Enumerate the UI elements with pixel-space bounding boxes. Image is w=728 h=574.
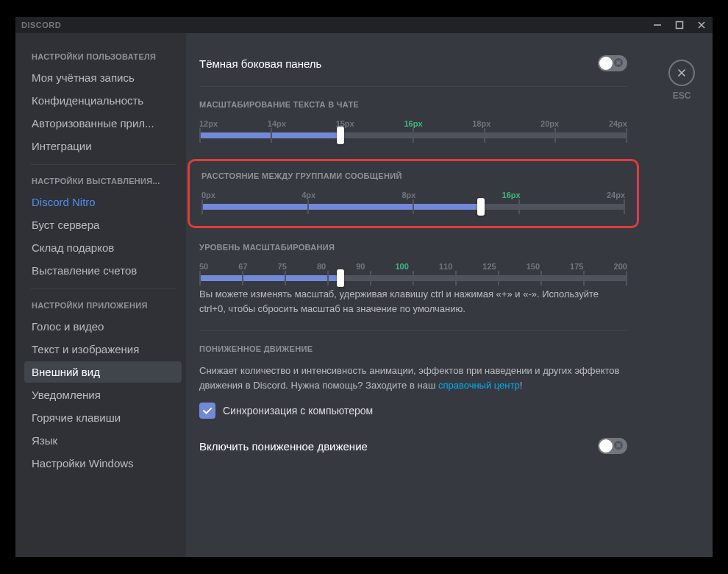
enable-reduced-motion-title: Включить пониженное движение [199, 440, 368, 453]
sidebar-item-privacy[interactable]: Конфиденциальность [24, 90, 182, 111]
slider-tick: 125 [482, 262, 496, 271]
zoom-slider[interactable]: 5067758090100110125150175200 [199, 262, 627, 281]
slider-tick: 75 [278, 262, 287, 271]
sidebar-header-billing: НАСТРОЙКИ ВЫСТАВЛЕНИЯ... [24, 172, 182, 190]
close-settings-button[interactable]: ESC [668, 60, 695, 101]
window-controls [652, 20, 707, 30]
slider-tick: 200 [614, 262, 627, 271]
slider-tick: 175 [570, 262, 583, 271]
reduced-motion-label: ПОНИЖЕННОЕ ДВИЖЕНИЕ [199, 344, 627, 353]
sidebar-item-nitro[interactable]: Discord Nitro [24, 191, 182, 213]
sidebar-item-text[interactable]: Текст и изображения [24, 339, 182, 360]
sidebar-separator [30, 288, 176, 289]
sidebar-item-authorized[interactable]: Авторизованные прил... [24, 113, 182, 134]
slider-tick: 80 [317, 262, 326, 271]
divider [199, 330, 627, 331]
esc-label: ESC [673, 91, 691, 101]
slider-thumb[interactable] [337, 127, 344, 144]
slider-tick: 24px [607, 191, 625, 199]
reduced-motion-desc: Снижает количество и интенсивность анима… [199, 364, 627, 392]
slider-tick: 14px [268, 119, 286, 128]
chat-scaling-slider[interactable]: 12px14px15px16px18px20px24px [199, 119, 627, 138]
dark-sidebar-title: Тёмная боковая панель [199, 57, 321, 70]
slider-tick: 4px [301, 191, 315, 199]
settings-sidebar: НАСТРОЙКИ ПОЛЬЗОВАТЕЛЯ Моя учётная запис… [15, 33, 186, 557]
help-center-link[interactable]: справочный центр [438, 380, 520, 391]
sidebar-item-billing[interactable]: Выставление счетов [24, 260, 182, 281]
svg-rect-1 [677, 22, 683, 29]
app-brand: DISCORD [21, 21, 61, 29]
slider-tick: 0px [201, 191, 215, 199]
close-button[interactable] [696, 20, 707, 30]
slider-track [199, 132, 627, 138]
zoom-ticks: 5067758090100110125150175200 [199, 262, 627, 271]
sidebar-item-windows[interactable]: Настройки Windows [24, 453, 182, 474]
sync-with-computer-row: Синхронизация с компьютером [199, 403, 627, 419]
sync-checkbox-label: Синхронизация с компьютером [223, 405, 373, 417]
slider-tick: 16px [502, 191, 521, 199]
sidebar-separator [30, 164, 176, 165]
sidebar-item-integrations[interactable]: Интеграции [24, 135, 182, 157]
titlebar: DISCORD [15, 17, 713, 33]
enable-reduced-motion-row: Включить пониженное движение [199, 433, 627, 464]
dark-sidebar-toggle[interactable] [598, 55, 627, 71]
sidebar-item-appearance[interactable]: Внешний вид [24, 361, 182, 383]
slider-tick: 150 [527, 262, 540, 271]
sidebar-item-notifications[interactable]: Уведомления [24, 384, 182, 405]
sidebar-item-language[interactable]: Язык [24, 430, 182, 451]
app-window: DISCORD НАСТРОЙКИ ПОЛЬЗОВАТЕЛЯ Моя учётн… [15, 17, 713, 557]
slider-tick: 67 [238, 262, 247, 271]
sidebar-item-boost[interactable]: Буст сервера [24, 214, 182, 235]
slider-tick: 12px [199, 119, 218, 128]
sidebar-header-app: НАСТРОЙКИ ПРИЛОЖЕНИЯ [24, 297, 182, 314]
sidebar-item-voice[interactable]: Голос и видео [24, 316, 182, 337]
sync-checkbox[interactable] [199, 403, 215, 419]
slider-track [199, 275, 627, 281]
close-icon [668, 60, 695, 86]
slider-tick: 110 [439, 262, 452, 271]
dark-sidebar-row: Тёмная боковая панель [199, 51, 627, 82]
slider-tick: 100 [395, 262, 408, 271]
slider-track [201, 204, 625, 210]
slider-tick: 18px [472, 119, 490, 128]
minimize-button[interactable] [652, 20, 663, 30]
chat-scaling-ticks: 12px14px15px16px18px20px24px [199, 119, 627, 128]
zoom-help-text: Вы можете изменять масштаб, удерживая кл… [199, 287, 627, 316]
sidebar-item-gifts[interactable]: Склад подарков [24, 237, 182, 258]
slider-tick: 16px [404, 119, 422, 128]
zoom-label: УРОВЕНЬ МАСШТАБИРОВАНИЯ [199, 243, 627, 252]
slider-tick: 20px [540, 119, 559, 128]
chat-scaling-label: МАСШТАБИРОВАНИЕ ТЕКСТА В ЧАТЕ [199, 100, 627, 109]
enable-reduced-motion-toggle[interactable] [598, 438, 627, 454]
highlighted-section: РАССТОЯНИЕ МЕЖДУ ГРУППАМИ СООБЩЕНИЙ 0px4… [188, 159, 639, 228]
settings-main: ESC Тёмная боковая панель МАСШТАБИРОВАНИ… [186, 33, 713, 557]
message-spacing-ticks: 0px4px8px16px24px [201, 191, 625, 199]
slider-thumb[interactable] [477, 198, 485, 216]
slider-thumb[interactable] [337, 269, 344, 287]
divider [199, 86, 627, 87]
message-spacing-label: РАССТОЯНИЕ МЕЖДУ ГРУППАМИ СООБЩЕНИЙ [201, 171, 625, 180]
sidebar-item-keybinds[interactable]: Горячие клавиши [24, 407, 182, 428]
maximize-button[interactable] [674, 20, 685, 30]
slider-tick: 24px [609, 119, 627, 128]
slider-tick: 8px [402, 191, 415, 199]
content: НАСТРОЙКИ ПОЛЬЗОВАТЕЛЯ Моя учётная запис… [15, 33, 713, 557]
toggle-off-icon [613, 439, 624, 451]
slider-tick: 50 [199, 262, 208, 271]
sidebar-item-account[interactable]: Моя учётная запись [24, 67, 182, 88]
message-spacing-slider[interactable]: 0px4px8px16px24px [201, 191, 625, 210]
toggle-off-icon [613, 57, 624, 68]
slider-tick: 90 [356, 262, 365, 271]
sidebar-header-user: НАСТРОЙКИ ПОЛЬЗОВАТЕЛЯ [24, 48, 182, 65]
